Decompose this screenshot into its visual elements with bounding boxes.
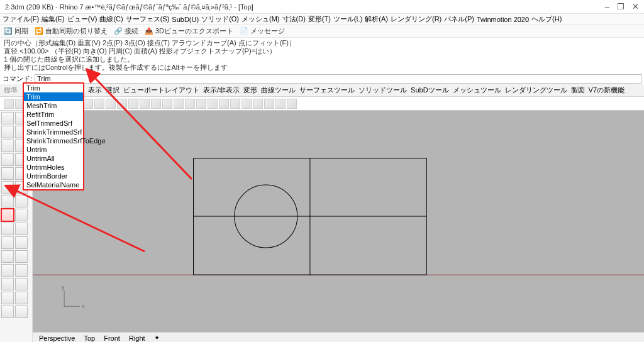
menu-item[interactable]: ビュー(V) — [67, 14, 97, 24]
tool-icon[interactable] — [106, 99, 116, 109]
tool-icon[interactable] — [15, 223, 28, 235]
autocomplete-item[interactable]: ShrinkTrimmedSrf — [24, 128, 83, 136]
tool-icon[interactable] — [1, 306, 14, 318]
menu-item[interactable]: 変形(T) — [308, 14, 331, 24]
tab[interactable]: レンダリングツール — [505, 86, 567, 95]
tool-icon[interactable] — [1, 153, 14, 166]
export-button[interactable]: 📤 3Dビューのエクスポート — [145, 26, 233, 36]
tool-icon[interactable] — [219, 99, 229, 109]
tool-icon[interactable] — [1, 236, 14, 249]
tool-icon[interactable] — [15, 306, 28, 318]
tab[interactable]: 変形 — [243, 86, 257, 95]
autocomplete-item[interactable]: ShrinkTrimmedSrfToEdge — [24, 136, 83, 145]
autocomplete-item[interactable]: SelTrimmedSrf — [24, 119, 83, 128]
menu-item[interactable]: Twinmotion 2020 — [477, 16, 529, 23]
tool-icon[interactable] — [15, 195, 28, 207]
tool-icon[interactable] — [83, 99, 93, 109]
menu-item[interactable]: ツール(L) — [333, 14, 362, 24]
viewport-tab[interactable]: Front — [104, 334, 120, 342]
tool-icon[interactable] — [1, 250, 14, 263]
tool-icon[interactable] — [230, 99, 240, 109]
tool-icon[interactable] — [253, 99, 263, 109]
tab[interactable]: 標準 — [4, 86, 18, 95]
tool-icon[interactable] — [1, 195, 14, 207]
menu-item[interactable]: 曲線(C) — [99, 14, 123, 24]
tool-icon[interactable] — [15, 250, 28, 263]
menu-item[interactable]: 寸法(D) — [282, 14, 306, 24]
minimize-button[interactable]: – — [605, 2, 609, 11]
restore-button[interactable]: ❐ — [617, 2, 625, 11]
command-input[interactable] — [35, 74, 641, 84]
tab[interactable]: V7の新機能 — [589, 86, 625, 95]
tool-icon[interactable] — [1, 181, 14, 194]
tab[interactable]: ソリッドツール — [358, 86, 407, 95]
autocomplete-item[interactable]: Trim — [24, 84, 83, 92]
tool-icon[interactable] — [4, 99, 14, 109]
menu-item[interactable]: ヘルプ(H) — [531, 14, 562, 24]
autosync-button[interactable]: 🔁 自動同期の切り替え — [35, 26, 108, 36]
tool-icon[interactable] — [15, 236, 28, 249]
tool-icon[interactable] — [1, 223, 14, 235]
tool-icon[interactable] — [174, 99, 184, 109]
menu-item[interactable]: SubD(U) — [172, 16, 199, 23]
autocomplete-item[interactable]: UntrimAll — [24, 154, 83, 163]
tool-icon[interactable] — [140, 99, 150, 109]
menu-item[interactable]: ソリッド(O) — [201, 14, 239, 24]
viewport-tab[interactable]: Top — [84, 334, 95, 342]
menu-item[interactable]: 編集(E) — [42, 14, 65, 24]
tab[interactable]: 製図 — [571, 86, 585, 95]
autocomplete-item[interactable]: RefitTrim — [24, 110, 83, 119]
tool-icon[interactable] — [1, 292, 14, 304]
menu-item[interactable]: レンダリング(R) — [391, 14, 441, 24]
tool-icon[interactable] — [275, 99, 286, 109]
tool-icon[interactable] — [15, 264, 28, 277]
viewport-tab[interactable]: Perspective — [39, 334, 75, 342]
tool-icon[interactable] — [208, 99, 218, 109]
tool-icon[interactable] — [94, 99, 104, 109]
autocomplete-item[interactable]: UntrimBorder — [24, 172, 83, 180]
tool-icon[interactable] — [15, 209, 28, 221]
tool-icon[interactable] — [15, 292, 28, 304]
tab[interactable]: 曲線ツール — [261, 86, 296, 95]
tab[interactable]: SubDツール — [411, 86, 449, 95]
menu-item[interactable]: 解析(A) — [365, 14, 388, 24]
menu-item[interactable]: メッシュ(M) — [242, 14, 280, 24]
autocomplete-item[interactable]: MeshTrim — [24, 101, 83, 110]
tool-icon[interactable] — [287, 99, 297, 109]
close-button[interactable]: ✕ — [632, 2, 639, 11]
tool-icon[interactable] — [1, 264, 14, 277]
tab[interactable]: 選択 — [106, 86, 119, 95]
tab[interactable]: 表示 — [88, 86, 102, 95]
sync-button[interactable]: 🔄 同期 — [4, 26, 28, 36]
tool-icon[interactable] — [1, 112, 14, 124]
tool-icon[interactable] — [128, 99, 138, 109]
autocomplete-item[interactable]: Untrim — [24, 145, 83, 154]
tool-icon[interactable] — [1, 126, 14, 138]
viewport-tab[interactable]: Right — [129, 334, 145, 342]
tab[interactable]: メッシュツール — [453, 86, 501, 95]
tool-icon[interactable] — [151, 99, 161, 109]
message-button[interactable]: 📄 メッセージ — [240, 26, 285, 36]
tool-icon[interactable] — [264, 99, 274, 109]
tool-icon[interactable] — [1, 167, 14, 180]
tool-icon[interactable] — [196, 99, 206, 109]
autocomplete-item[interactable]: UntrimHoles — [24, 163, 83, 172]
menu-item[interactable]: ファイル(F) — [3, 14, 39, 24]
tab[interactable]: 表示/非表示 — [203, 86, 240, 95]
tool-icon[interactable] — [242, 99, 252, 109]
viewport-tab[interactable]: ✦ — [154, 334, 160, 342]
tool-icon[interactable] — [15, 278, 28, 290]
tool-icon[interactable] — [117, 99, 127, 109]
viewport-canvas[interactable]: y x — [33, 111, 644, 332]
tool-icon[interactable] — [185, 99, 195, 109]
connect-button[interactable]: 🔗 接続 — [114, 26, 138, 36]
tool-icon[interactable] — [162, 99, 172, 109]
autocomplete-item[interactable]: SelMaterialName — [24, 180, 83, 189]
tab[interactable]: サーフェスツール — [299, 86, 355, 95]
tool-icon[interactable] — [1, 278, 14, 290]
menu-item[interactable]: パネル(P) — [444, 14, 474, 24]
menu-item[interactable]: サーフェス(S) — [126, 14, 170, 24]
autocomplete-item-selected[interactable]: Trim — [24, 92, 83, 101]
tool-icon[interactable] — [1, 140, 14, 152]
tab[interactable]: ビューポートレイアウト — [123, 86, 199, 95]
